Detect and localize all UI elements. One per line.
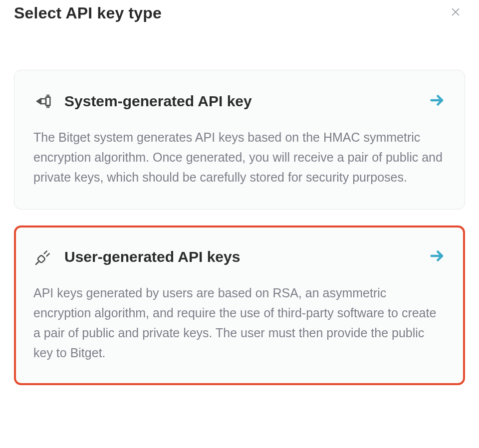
arrow-right-icon [429,92,446,111]
close-icon [450,5,461,20]
option-head: User-generated API keys [33,247,446,267]
option-description: API keys generated by users are based on… [33,283,446,363]
svg-line-11 [47,253,49,256]
option-title: System-generated API key [64,93,252,110]
option-description: The Bitget system generates API keys bas… [33,127,446,187]
svg-line-10 [44,251,47,253]
arrow-right-icon [429,247,446,266]
option-system-generated[interactable]: System-generated API key The Bitget syst… [14,70,465,210]
usb-chip-icon [33,91,53,111]
option-head: System-generated API key [33,91,446,111]
option-user-generated[interactable]: User-generated API keys API keys generat… [14,225,465,385]
plug-icon [33,247,53,267]
close-button[interactable] [446,2,465,24]
modal-header: Select API key type [14,0,465,24]
svg-rect-3 [46,97,50,106]
option-title: User-generated API keys [64,248,240,265]
select-api-key-type-modal: Select API key type [0,0,479,395]
svg-rect-2 [41,99,46,104]
modal-title: Select API key type [14,4,162,22]
api-key-options: System-generated API key The Bitget syst… [14,70,465,385]
